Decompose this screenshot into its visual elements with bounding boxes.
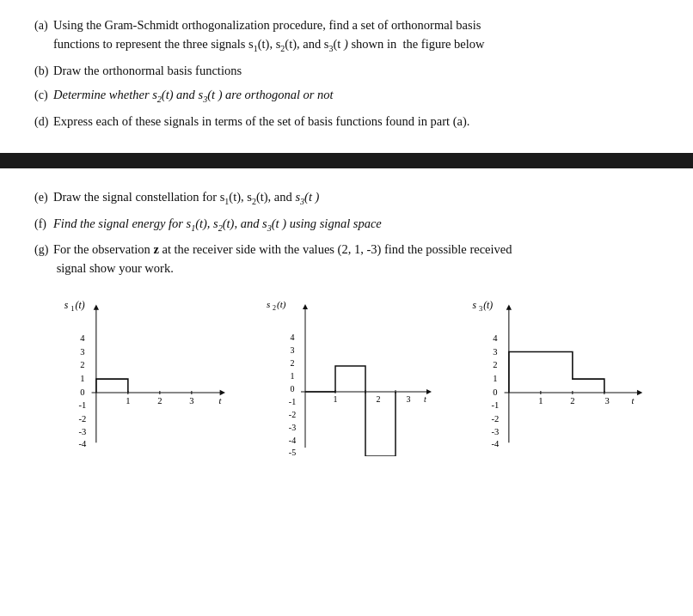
svg-text:3: 3: [604, 396, 609, 406]
graph-s2-svg: s 2 (t) 4 3 2 1 0 -1 -2 -3 -4: [249, 297, 456, 456]
svg-marker-5: [94, 304, 99, 309]
part-a-line: (a) Using the Gram-Schmidt orthogonaliza…: [34, 15, 659, 56]
graph-s2: s 2 (t) 4 3 2 1 0 -1 -2 -3 -4: [249, 297, 456, 456]
part-d-text: Express each of these signals in terms o…: [53, 112, 469, 131]
svg-text:s: s: [267, 299, 270, 309]
part-b-line: (b) Draw the orthonormal basis functions: [34, 61, 659, 80]
graph-s3: s 3 (t) 4 3 2 1 0 -1 -2 -3 -4: [456, 297, 662, 456]
part-e-text: Draw the signal constellation for s1(t),…: [53, 187, 319, 208]
svg-text:1: 1: [71, 304, 74, 313]
part-f-text: Find the signal energy for s1(t), s2(t),…: [53, 214, 382, 235]
svg-text:0: 0: [80, 387, 84, 397]
svg-text:2: 2: [291, 358, 295, 368]
svg-text:4: 4: [291, 332, 295, 342]
svg-text:2: 2: [80, 360, 84, 369]
part-b-text: Draw the orthonormal basis functions: [53, 61, 242, 80]
svg-text:4: 4: [80, 333, 85, 343]
svg-text:0: 0: [291, 384, 295, 393]
svg-text:1: 1: [493, 374, 497, 383]
part-e-label: (e): [34, 187, 53, 206]
svg-marker-52: [506, 304, 512, 309]
graph-s3-svg: s 3 (t) 4 3 2 1 0 -1 -2 -3 -4: [456, 297, 662, 456]
part-e-line: (e) Draw the signal constellation for s1…: [34, 187, 659, 208]
svg-text:t: t: [219, 396, 223, 406]
part-c-text: Determine whether s2(t) and s3(t ) are o…: [53, 85, 334, 106]
svg-marker-6: [220, 390, 225, 395]
svg-text:-3: -3: [79, 427, 87, 436]
part-d-line: (d) Express each of these signals in ter…: [34, 112, 659, 131]
graph-s1-svg: s 1 (t) 4 3 2 1 0 -1 -2 -3 -4: [43, 297, 249, 456]
svg-marker-29: [426, 389, 432, 394]
svg-text:2: 2: [570, 396, 574, 406]
part-d-label: (d): [34, 112, 53, 131]
svg-text:3: 3: [291, 345, 295, 355]
svg-text:-1: -1: [289, 397, 296, 406]
svg-text:-4: -4: [492, 439, 500, 448]
svg-text:-3: -3: [492, 427, 500, 436]
top-section: (a) Using the Gram-Schmidt orthogonaliza…: [0, 0, 693, 153]
part-c-label: (c): [34, 85, 53, 104]
svg-text:2: 2: [377, 394, 381, 404]
svg-text:2: 2: [273, 304, 276, 312]
svg-text:4: 4: [493, 333, 498, 343]
svg-text:1: 1: [538, 396, 543, 406]
part-g-label: (g): [34, 240, 53, 259]
section-divider: [0, 153, 693, 168]
svg-text:-4: -4: [289, 436, 296, 445]
svg-text:1: 1: [291, 371, 295, 381]
svg-text:3: 3: [479, 304, 482, 313]
svg-text:2: 2: [157, 396, 162, 406]
graph-s1: s 1 (t) 4 3 2 1 0 -1 -2 -3 -4: [43, 297, 249, 456]
svg-marker-53: [637, 390, 642, 395]
svg-text:-3: -3: [289, 423, 296, 432]
svg-text:3: 3: [189, 396, 193, 406]
svg-text:-5: -5: [289, 448, 296, 456]
svg-text:0: 0: [493, 387, 497, 397]
svg-text:(t): (t): [483, 300, 493, 311]
part-f-label: (f): [34, 214, 53, 233]
svg-text:s: s: [473, 300, 477, 311]
part-b-label: (b): [34, 61, 53, 80]
and-text: and: [303, 37, 321, 51]
svg-text:-4: -4: [79, 439, 88, 448]
svg-text:(t): (t): [76, 300, 85, 311]
part-g-text: For the observation z at the receiver si…: [53, 240, 512, 278]
part-f-line: (f) Find the signal energy for s1(t), s2…: [34, 214, 659, 235]
part-c-line: (c) Determine whether s2(t) and s3(t ) a…: [34, 85, 659, 106]
svg-text:-2: -2: [289, 410, 296, 419]
part-g-line: (g) For the observation z at the receive…: [34, 240, 659, 278]
svg-text:3: 3: [493, 347, 497, 357]
bottom-section: (e) Draw the signal constellation for s1…: [0, 168, 693, 465]
svg-text:-2: -2: [492, 414, 500, 424]
svg-text:1: 1: [126, 396, 130, 406]
part-a-label: (a): [34, 15, 53, 34]
svg-text:(t): (t): [277, 299, 286, 310]
svg-text:s: s: [64, 300, 69, 311]
svg-text:t: t: [424, 394, 426, 404]
svg-text:-2: -2: [79, 414, 87, 424]
svg-text:1: 1: [334, 394, 338, 404]
svg-text:2: 2: [493, 360, 497, 369]
svg-text:t: t: [632, 396, 635, 406]
svg-text:-1: -1: [79, 400, 87, 410]
part-a-text: Using the Gram-Schmidt orthogonalization…: [53, 15, 485, 56]
svg-text:3: 3: [80, 347, 84, 357]
svg-text:1: 1: [80, 374, 84, 383]
svg-text:-1: -1: [492, 400, 500, 410]
svg-text:3: 3: [407, 394, 411, 404]
graphs-row: s 1 (t) 4 3 2 1 0 -1 -2 -3 -4: [34, 297, 659, 456]
svg-marker-28: [303, 304, 308, 309]
